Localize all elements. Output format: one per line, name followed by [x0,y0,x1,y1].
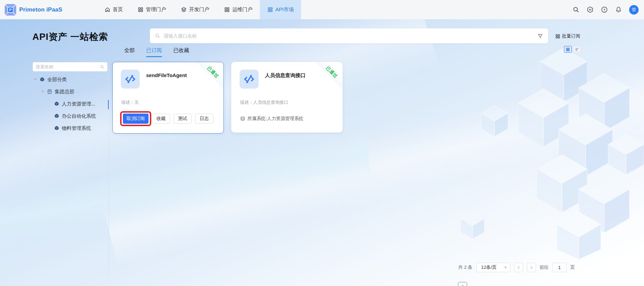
nav-item-home[interactable]: 首页 [97,0,130,19]
page-size-select[interactable]: 12条/页 [476,263,510,272]
api-icon [121,70,140,89]
approved-badge: 已通过 [194,62,223,91]
status-ribbon: 已通过 [313,62,342,91]
api-icon [240,70,259,89]
search-icon [100,65,104,69]
pagination: 共 2 条 12条/页 1 前往 页 [458,263,575,272]
user-avatar[interactable]: 管 [629,5,639,15]
next-page-button[interactable] [527,263,536,272]
chevron-down-icon [504,267,507,268]
filter-icon[interactable] [537,33,543,39]
tree-item-hr-system[interactable]: 人力资源管理... [30,98,107,110]
result-tabs: 全部 已订阅 已收藏 [124,47,189,57]
cube-icon [54,125,59,131]
cube-icon [39,77,45,82]
background-streak [0,130,373,250]
page-number-1[interactable]: 1 [458,282,467,286]
chevron-right-icon [530,266,533,269]
approved-badge: 已通过 [313,62,342,91]
tree-item-oa-system[interactable]: 办公自动化系统 [30,110,107,122]
help-icon[interactable]: ? [601,6,608,13]
caret-down-icon[interactable] [41,91,45,93]
view-toggle [564,46,581,53]
prev-page-button[interactable] [514,263,523,272]
grid-icon [224,7,230,13]
page-title: API资产 一站检索 [32,31,108,43]
status-ribbon: 已通过 [194,62,223,91]
log-button[interactable]: 日志 [195,114,213,124]
category-search-input[interactable] [36,64,100,69]
tree-item-all-categories[interactable]: 全部分类 [30,73,107,86]
favorite-button[interactable]: 收藏 [152,114,170,124]
ai-assistant-icon[interactable]: AI [587,6,594,13]
cube-icon [54,101,59,106]
layers-icon [181,7,187,13]
list-view-button[interactable] [573,46,581,53]
search-icon [155,33,160,39]
sidebar-divider [109,60,109,277]
unsubscribe-button[interactable]: 取消订阅 [123,114,149,124]
owning-system: 所属系统:人力资源管理系统 [240,116,303,122]
svg-text:AI: AI [589,8,591,11]
grid-icon [267,7,273,13]
api-description: 描述：无 [121,99,139,105]
grid-icon [555,34,560,39]
cubes-illustration [432,19,644,263]
goto-page-input[interactable] [553,263,567,272]
primeton-logo-icon: P [5,4,16,16]
search-icon[interactable] [572,6,580,13]
svg-text:?: ? [603,8,606,11]
grid-view-icon [566,47,570,52]
nav-item-dev-portal[interactable]: 开发门户 [173,0,217,19]
api-title: 人员信息查询接口 [265,72,305,79]
home-icon [105,7,110,13]
tree-item-material-system[interactable]: 物料管理系统 [30,122,107,134]
bell-icon[interactable] [615,6,622,13]
document-icon [47,89,52,94]
api-description: 描述：人员信息查询接口 [240,99,288,105]
main-nav: 首页 管理门户 开发门户 运维门户 API市场 [97,0,301,19]
category-tree: 全部分类 集团总部 人力资源管理... 办公自动化系统 物料管理系统 [30,73,107,134]
brand-name: Primeton iPaaS [19,6,62,13]
grid-view-button[interactable] [564,46,572,53]
category-search [33,62,107,71]
nav-item-ops-portal[interactable]: 运维门户 [217,0,260,19]
nav-item-admin-portal[interactable]: 管理门户 [130,0,173,19]
tab-favorites[interactable]: 已收藏 [173,47,189,57]
api-market-page: API资产 一站检索 批量订阅 全部 已订阅 已收藏 全部分类 [0,19,644,286]
api-title: sendFileToAgent [146,72,187,78]
chevron-left-icon [517,266,520,269]
brand[interactable]: P Primeton iPaaS [0,4,91,16]
api-search-bar [150,28,548,43]
top-navbar: P Primeton iPaaS 首页 管理门户 开发门户 运维门户 API市场… [0,0,644,19]
cube-icon [54,113,59,119]
test-button[interactable]: 测试 [173,114,192,124]
page-unit-label: 页 [570,264,575,270]
goto-label: 前往 [540,264,549,270]
list-view-icon [575,47,579,52]
batch-subscribe-button[interactable]: 批量订阅 [555,33,580,39]
tree-item-group-hq[interactable]: 集团总部 [30,86,107,98]
card-actions: 取消订阅 收藏 测试 日志 [123,114,213,124]
navbar-actions: AI ? 管 [572,0,639,19]
api-card-sendfiletoagent[interactable]: sendFileToAgent 已通过 描述：无 取消订阅 收藏 测试 日志 [112,62,224,134]
nav-item-api-market[interactable]: API市场 [260,0,301,19]
database-icon [240,116,245,121]
total-count: 共 2 条 [458,264,472,270]
tab-all[interactable]: 全部 [124,47,135,57]
api-card-personnel-query[interactable]: 人员信息查询接口 已通过 描述：人员信息查询接口 所属系统:人力资源管理系统 [231,62,343,133]
grid-icon [138,7,143,13]
api-search-input[interactable] [164,33,537,39]
caret-down-icon[interactable] [34,78,37,80]
tab-subscribed[interactable]: 已订阅 [146,47,162,57]
